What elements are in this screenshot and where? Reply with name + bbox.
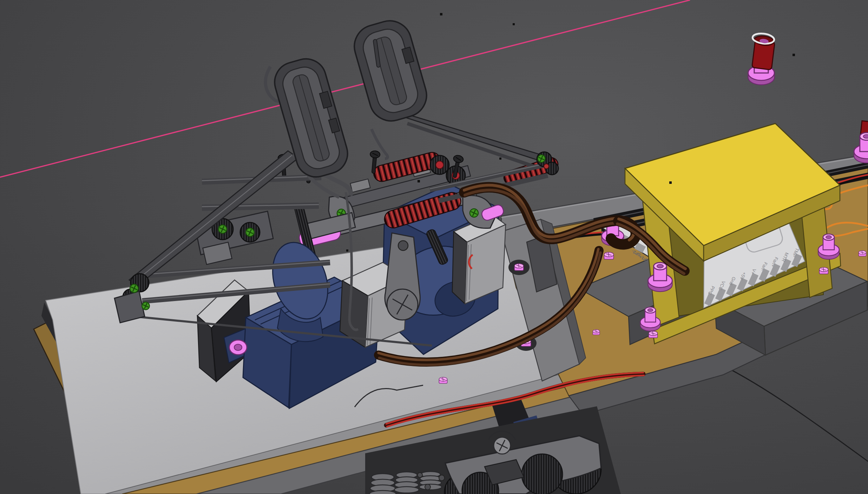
green-screw <box>142 302 150 310</box>
scene-canvas[interactable]: AUX CLK SP2- SP1+ SP1- Servo 51959 ESU 2… <box>0 0 868 494</box>
deck-screw <box>604 252 614 259</box>
servo-screw <box>229 340 247 355</box>
green-screw <box>470 209 478 217</box>
bogie-arch <box>522 454 563 494</box>
3d-viewport[interactable]: AUX CLK SP2- SP1+ SP1- Servo 51959 ESU 2… <box>0 0 868 494</box>
deck-screw <box>593 329 600 335</box>
green-screw <box>246 228 254 236</box>
deck-screw <box>819 267 828 274</box>
deck-screw <box>649 331 657 338</box>
vertex-dot <box>669 181 672 184</box>
deck-screw <box>439 377 447 383</box>
green-screw <box>538 155 545 162</box>
green-screw <box>218 225 227 233</box>
green-screw <box>130 284 138 293</box>
deck-screw <box>859 251 866 256</box>
column-bolt <box>514 263 524 270</box>
